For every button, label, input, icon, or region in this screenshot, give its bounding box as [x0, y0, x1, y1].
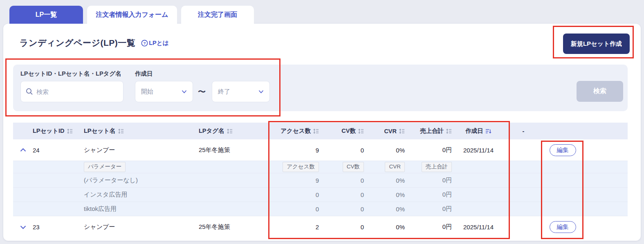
parameter-row: インスタ広告用 0 0 0% 0円	[13, 188, 628, 202]
cell-access-count: 2	[270, 216, 319, 238]
column-header-edit	[542, 123, 583, 139]
tab-label: 注文完了画面	[198, 11, 237, 19]
keyword-search-input[interactable]	[36, 88, 118, 95]
param-col-cvr-chip: CVR	[385, 162, 405, 172]
param-access-count: 0	[270, 202, 319, 216]
column-header-access-count[interactable]: アクセス数	[270, 123, 319, 139]
param-sales-total: 0円	[405, 202, 452, 216]
cell-lp-set-id: 24	[33, 139, 84, 161]
date-range-separator: 〜	[198, 87, 206, 97]
cell-lp-tag-name: 25年冬施策	[196, 216, 270, 238]
sort-icon	[446, 128, 452, 134]
tab-orderer-info-form[interactable]: 注文者情報入力フォーム	[87, 6, 177, 24]
param-col-cv-chip: CV数	[343, 162, 364, 172]
cell-lp-tag-name: 25年冬施策	[196, 139, 270, 161]
sort-icon	[118, 128, 124, 134]
param-access-count: 0	[270, 188, 319, 201]
cell-cv-count: 0	[319, 139, 364, 161]
collapse-row-chevron-up-icon[interactable]	[20, 148, 26, 152]
keyword-filter-label: LPセットID・LPセット名・LPタグ名	[20, 70, 121, 78]
lp-list-panel: ランディングページ(LP)一覧 ? LPとは 新規LPセット作成 LPセットID…	[3, 24, 641, 241]
column-header-lp-set-id[interactable]: LPセットID	[33, 123, 84, 139]
date-end-placeholder: 終了	[218, 88, 230, 96]
keyword-search-field[interactable]	[20, 81, 123, 102]
sort-icon	[313, 128, 319, 134]
param-label: インスタ広告用	[84, 188, 196, 201]
chevron-down-icon	[182, 90, 187, 94]
date-end-select[interactable]: 終了	[212, 81, 270, 102]
param-cv-count: 0	[319, 188, 364, 201]
expand-row-chevron-down-icon[interactable]	[20, 225, 26, 229]
tab-lp-list[interactable]: LP一覧	[9, 6, 83, 24]
cell-access-count: 9	[270, 139, 319, 161]
table-header-row: LPセットID LPセット名 LPタグ名 アクセス数 CV数 CVR	[13, 123, 628, 139]
column-header-actions: -	[505, 123, 542, 139]
table-row: 24 シャンプー 25年冬施策 9 0 0% 0円 2025/11/14 編集	[13, 139, 628, 161]
cell-created-date: 2025/11/14	[452, 139, 505, 161]
page-title: ランディングページ(LP)一覧	[20, 37, 135, 49]
question-circle-icon: ?	[141, 40, 148, 47]
parameter-header-row: パラメーター アクセス数 CV数 CVR 売上合計	[13, 161, 628, 173]
filter-panel: LPセットID・LPセット名・LPタグ名 作成日 開始 〜 終了 検索	[13, 65, 628, 111]
chevron-down-icon	[258, 90, 264, 94]
tab-label: 注文者情報入力フォーム	[96, 11, 168, 19]
cell-created-date: 2025/11/14	[452, 216, 505, 238]
tab-label: LP一覧	[36, 11, 57, 19]
cell-sales-total: 0円	[405, 139, 452, 161]
cell-cvr: 0%	[364, 216, 405, 238]
expander-column-header	[13, 123, 33, 139]
created-date-filter-label: 作成日	[135, 70, 153, 78]
cell-lp-set-name: シャンプー	[84, 139, 196, 161]
param-cv-count: 0	[319, 173, 364, 187]
sort-desc-icon	[485, 128, 491, 134]
svg-text:?: ?	[144, 40, 146, 45]
edit-button[interactable]: 編集	[550, 221, 576, 233]
param-cv-count: 0	[319, 202, 364, 216]
date-start-placeholder: 開始	[141, 88, 153, 96]
cell-lp-set-id: 23	[33, 216, 84, 238]
table-row: 23 シャンプー 25年冬施策 2 0 0% 0円 2025/11/14 編集	[13, 216, 628, 238]
param-access-count: 9	[270, 173, 319, 187]
sort-icon	[227, 128, 233, 134]
param-cvr: 0%	[364, 202, 405, 216]
cell-lp-set-name: シャンプー	[84, 216, 196, 238]
parameter-row: tiktok広告用 0 0 0% 0円	[13, 202, 628, 216]
filter-search-button[interactable]: 検索	[577, 81, 623, 102]
cell-cv-count: 0	[319, 216, 364, 238]
tab-bar: LP一覧 注文者情報入力フォーム 注文完了画面	[9, 6, 254, 24]
param-cvr: 0%	[364, 173, 405, 187]
cell-sales-total: 0円	[405, 216, 452, 238]
param-col-sales-chip: 売上合計	[422, 162, 452, 172]
param-col-access-chip: アクセス数	[283, 162, 319, 172]
search-icon	[26, 88, 33, 95]
param-sales-total: 0円	[405, 188, 452, 201]
lp-help-label: LPとは	[149, 39, 168, 47]
sort-icon	[358, 128, 364, 134]
column-header-cv-count[interactable]: CV数	[319, 123, 364, 139]
param-cvr: 0%	[364, 188, 405, 201]
parameter-row: (パラメーターなし) 9 0 0% 0円	[13, 173, 628, 188]
column-header-sales-total[interactable]: 売上合計	[405, 123, 452, 139]
param-label: tiktok広告用	[84, 202, 196, 216]
edit-button[interactable]: 編集	[550, 144, 576, 156]
param-label: (パラメーターなし)	[84, 173, 196, 187]
param-sales-total: 0円	[405, 173, 452, 187]
column-header-created-date[interactable]: 作成日	[452, 123, 505, 139]
create-lp-set-button[interactable]: 新規LPセット作成	[563, 34, 630, 54]
lp-help-link[interactable]: ? LPとは	[141, 39, 168, 47]
date-start-select[interactable]: 開始	[135, 81, 193, 102]
column-header-lp-set-name[interactable]: LPセット名	[84, 123, 196, 139]
lp-set-table: LPセットID LPセット名 LPタグ名 アクセス数 CV数 CVR	[13, 123, 628, 238]
column-header-lp-tag-name[interactable]: LPタグ名	[196, 123, 270, 139]
page-header: ランディングページ(LP)一覧 ? LPとは	[20, 37, 168, 49]
parameter-chip: パラメーター	[84, 162, 126, 172]
sort-icon	[399, 128, 405, 134]
column-header-cvr[interactable]: CVR	[364, 123, 405, 139]
tab-order-complete[interactable]: 注文完了画面	[181, 6, 254, 24]
sort-icon	[67, 128, 73, 134]
cell-cvr: 0%	[364, 139, 405, 161]
